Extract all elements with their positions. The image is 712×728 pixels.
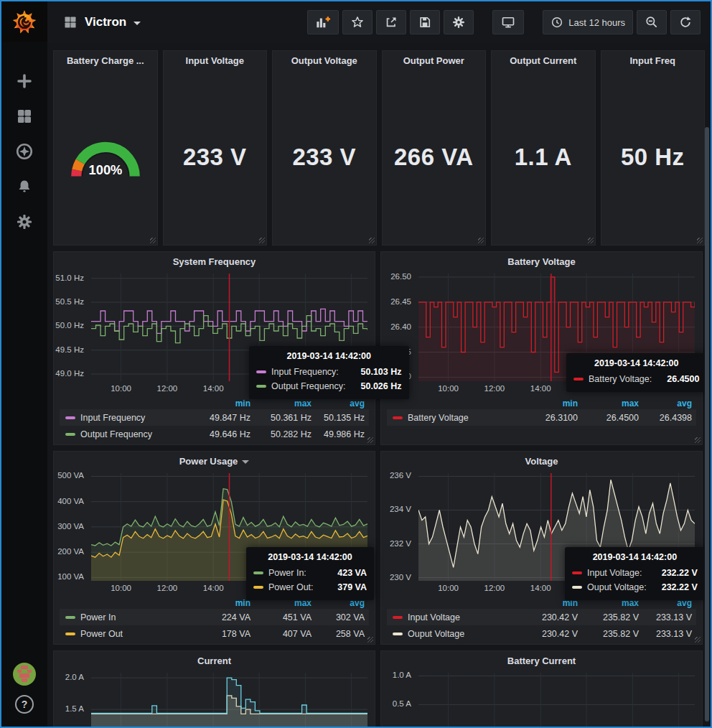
legend-row[interactable]: Ouput Voltage 230.42 V 235.82 V 233.13 V	[387, 625, 696, 642]
legend-series-name: Battery Voltage	[408, 413, 469, 423]
legend-header-min[interactable]: min	[186, 598, 250, 608]
tooltip-label: Input Voltage:	[587, 568, 642, 578]
legend-header-min[interactable]: min	[513, 398, 578, 409]
dashboards-grid-icon[interactable]	[15, 107, 34, 126]
resize-handle[interactable]	[697, 238, 703, 243]
resize-handle[interactable]	[367, 637, 373, 643]
panel-title[interactable]: Current	[54, 651, 375, 670]
time-range-button[interactable]: Last 12 hours	[543, 10, 633, 34]
resize-handle[interactable]	[588, 238, 594, 243]
share-button[interactable]	[376, 10, 406, 34]
series-swatch	[253, 571, 263, 574]
y-axis-labels: 2.0 A1.5 A	[54, 673, 87, 727]
panel-title[interactable]: Input Freq	[601, 51, 705, 70]
resize-handle[interactable]	[367, 437, 373, 443]
legend-row[interactable]: Input Voltage 230.42 V 235.82 V 233.13 V	[387, 609, 696, 625]
panel-title[interactable]: Output Current	[492, 51, 595, 70]
navbar-actions: Last 12 hours	[307, 10, 701, 34]
panel-title[interactable]: System Frequency	[54, 252, 375, 271]
panel-output-current: Output Current 1.1 A	[491, 50, 596, 246]
legend-header-avg[interactable]: avg	[639, 398, 692, 409]
panel-title[interactable]: Battery Charge ...	[54, 51, 157, 70]
tooltip-time: 2019-03-14 14:42:00	[572, 552, 698, 562]
panel-title[interactable]: Output Power	[383, 51, 486, 70]
y-tick-label: 100 VA	[57, 572, 84, 581]
panel-title[interactable]: Battery Voltage	[381, 252, 702, 271]
resize-handle[interactable]	[259, 238, 265, 243]
panel-title[interactable]: Power Usage	[54, 452, 375, 470]
legend-row[interactable]: Battery Voltage 26.3100 26.4500 26.4398	[387, 409, 696, 426]
add-panel-button[interactable]	[307, 10, 339, 34]
panel-current: Current 2.0 A1.5 A	[53, 650, 375, 727]
resize-handle[interactable]	[695, 437, 701, 443]
y-tick-label: 51.0 Hz	[55, 274, 84, 282]
x-tick-label: 10:00	[438, 384, 459, 393]
legend-row[interactable]: Power Out 178 VA 407 VA 258 VA	[60, 625, 369, 642]
legend-avg: 258 VA	[312, 629, 365, 639]
create-plus-icon[interactable]	[15, 72, 34, 90]
y-axis-labels: 51.0 Hz50.5 Hz50.0 Hz49.5 Hz49.0 Hz	[54, 274, 87, 381]
user-avatar[interactable]	[12, 662, 37, 686]
panel-title-text: System Frequency	[173, 256, 256, 267]
charts-row-1: System Frequency 51.0 Hz50.5 Hz50.0 Hz49…	[53, 251, 705, 445]
legend-series: Input Frequency	[65, 413, 186, 423]
panel-title[interactable]: Battery Current	[381, 651, 702, 670]
legend-series: Output Frequency	[65, 429, 186, 439]
legend-row[interactable]: Power In 224 VA 451 VA 302 VA	[60, 609, 369, 625]
panel-title[interactable]: Input Voltage	[164, 51, 267, 70]
series-swatch	[65, 433, 75, 436]
plot-wrap: 2.0 A1.5 A	[54, 670, 375, 727]
panel-title-text: Current	[197, 655, 231, 666]
panel-settings-button[interactable]	[444, 10, 474, 34]
legend-row[interactable]: Input Frequency 49.847 Hz 50.361 Hz 50.1…	[60, 409, 369, 426]
legend-max: 407 VA	[250, 629, 312, 639]
resize-handle[interactable]	[695, 637, 701, 643]
chart-plot[interactable]	[91, 673, 367, 727]
tv-mode-button[interactable]	[492, 10, 524, 34]
resize-handle[interactable]	[150, 238, 156, 243]
refresh-button[interactable]	[670, 10, 701, 34]
tooltip-row: Battery Voltage:26.4500	[573, 372, 699, 386]
scrollbar-thumb[interactable]	[705, 127, 709, 722]
legend-min: 26.3100	[513, 413, 578, 423]
legend-header-max[interactable]: max	[578, 398, 639, 409]
tooltip-row: Ouput Voltage:232.22 V	[572, 580, 698, 594]
stat-value: 233 V	[273, 70, 376, 245]
tooltip: 2019-03-14 14:42:00 Input Frequency:50.1…	[249, 346, 409, 399]
stat-value: 1.1 A	[492, 70, 595, 245]
legend-row[interactable]: Output Frequency 49.646 Hz 50.282 Hz 49.…	[60, 426, 369, 442]
tooltip-value: 232.22 V	[652, 568, 698, 578]
legend-header-min[interactable]: min	[186, 398, 250, 409]
y-tick-label: 234 V	[390, 505, 411, 513]
legend-header: min max avg	[387, 397, 696, 409]
legend-header-avg[interactable]: avg	[312, 398, 365, 409]
grafana-logo[interactable]	[1, 1, 47, 42]
chart-plot[interactable]	[418, 673, 695, 727]
zoom-out-button[interactable]	[637, 10, 667, 34]
tooltip-value: 50.103 Hz	[351, 367, 402, 377]
tooltip-label: Power In:	[268, 568, 306, 578]
legend-series: Battery Voltage	[393, 413, 513, 423]
panel-title[interactable]: Output Voltage	[273, 51, 376, 70]
panel-title-text: Battery Charge ...	[67, 55, 144, 66]
help-icon[interactable]: ?	[15, 695, 34, 714]
alerting-bell-icon[interactable]	[15, 177, 34, 196]
y-tick-label: 0.5 A	[393, 699, 411, 708]
tooltip-label: Input Frequency:	[271, 367, 339, 377]
legend-avg: 50.135 Hz	[312, 413, 365, 423]
explore-compass-icon[interactable]	[15, 142, 34, 161]
resize-handle[interactable]	[478, 238, 484, 243]
configuration-gear-icon[interactable]	[15, 213, 34, 231]
star-button[interactable]	[342, 10, 373, 34]
save-button[interactable]	[410, 10, 440, 34]
panel-title-text: Output Current	[510, 55, 576, 66]
y-tick-label: 230 V	[390, 573, 411, 582]
dashboard-picker[interactable]: Victron	[63, 15, 141, 29]
panel-title-text: Input Freq	[629, 55, 675, 66]
panel-title[interactable]: Voltage	[381, 452, 702, 470]
legend: min max avg Input Frequency 49.847 Hz 50…	[54, 396, 375, 442]
legend-header-max[interactable]: max	[250, 398, 312, 409]
legend-series: Power Out	[65, 629, 186, 639]
y-tick-label: 236 V	[390, 471, 411, 480]
resize-handle[interactable]	[369, 238, 375, 243]
